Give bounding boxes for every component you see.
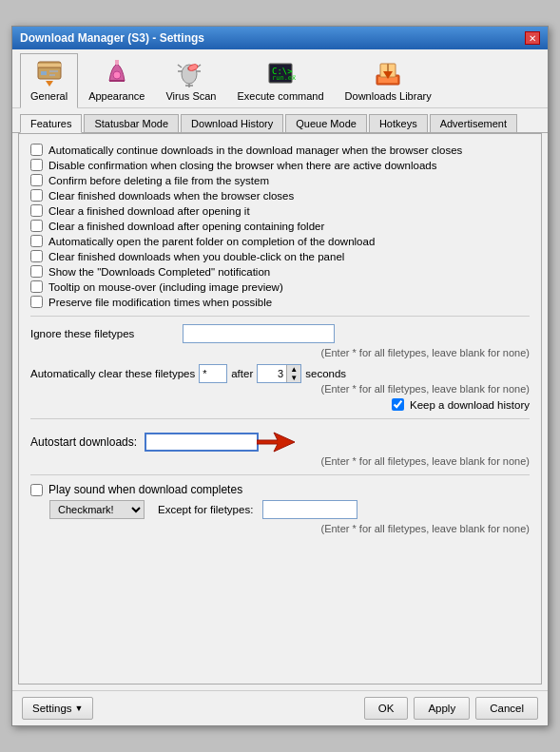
toolbar-general-label: General: [30, 90, 68, 102]
checkbox-cb9[interactable]: [30, 265, 43, 278]
autostart-input[interactable]: [145, 433, 259, 452]
svg-rect-5: [49, 74, 55, 76]
checkbox-cb1[interactable]: [30, 144, 43, 156]
keep-history-label: Keep a download history: [410, 399, 530, 411]
general-icon: [34, 58, 65, 88]
spinner-buttons: ▲ ▼: [286, 365, 300, 382]
toolbar-virusscan-label: Virus Scan: [165, 90, 216, 102]
tab-advertisement[interactable]: Advertisement: [430, 114, 517, 132]
tab-hotkeys[interactable]: Hotkeys: [369, 114, 428, 132]
spinner-input[interactable]: [258, 365, 286, 382]
ok-button[interactable]: OK: [364, 697, 409, 720]
settings-window: Download Manager (S3) - Settings ✕ Gener…: [11, 26, 549, 726]
toolbar-virusscan[interactable]: Virus Scan: [155, 53, 226, 107]
svg-point-7: [113, 71, 121, 79]
appearance-icon: [102, 58, 132, 88]
divider1: [30, 316, 530, 317]
checkbox-label-cb4: Clear finished downloads when the browse…: [48, 190, 294, 202]
footer-left: Settings ▼: [22, 697, 93, 720]
checkbox-label-cb8: Clear finished downloads when you double…: [48, 251, 344, 262]
svg-rect-1: [38, 64, 61, 67]
except-input[interactable]: [262, 500, 357, 519]
svg-rect-4: [49, 70, 58, 72]
apply-button[interactable]: Apply: [414, 697, 470, 720]
checkbox-cb6[interactable]: [30, 220, 43, 232]
titlebar: Download Manager (S3) - Settings ✕: [12, 27, 548, 49]
checkbox-cb3[interactable]: [30, 174, 43, 186]
sound-row2: Checkmark! Beep Custom... Except for fil…: [30, 500, 530, 519]
checkbox-cb10[interactable]: [30, 280, 43, 293]
checkbox-label-cb7: Automatically open the parent folder on …: [48, 236, 375, 247]
autostart-label: Autostart downloads:: [30, 435, 137, 449]
checkbox-row-cb2: Disable confirmation when closing the br…: [30, 159, 530, 171]
checkbox-cb11[interactable]: [30, 296, 43, 308]
checkbox-label-cb10: Tooltip on mouse-over (including image p…: [48, 281, 283, 293]
checkbox-row-cb11: Preserve file modification times when po…: [30, 296, 530, 308]
tab-statusbar[interactable]: Statusbar Mode: [84, 114, 179, 132]
divider2: [30, 418, 530, 419]
ignore-input[interactable]: [183, 324, 335, 343]
spinner-down[interactable]: ▼: [287, 374, 300, 382]
divider3: [30, 474, 530, 475]
svg-line-12: [178, 65, 182, 67]
close-button[interactable]: ✕: [525, 31, 540, 45]
downloads-icon: [373, 58, 403, 88]
sound-checkbox[interactable]: [30, 484, 43, 496]
settings-label: Settings: [32, 703, 72, 714]
auto-clear-hint: (Enter * for all filetypes, leave blank …: [30, 383, 530, 395]
red-arrow-icon: [257, 429, 295, 455]
checkbox-label-cb3: Confirm before deleting a file from the …: [48, 175, 269, 186]
spinner-wrap: ▲ ▼: [257, 364, 301, 383]
titlebar-controls: ✕: [525, 31, 540, 45]
auto-clear-section: Automatically clear these filetypes afte…: [30, 364, 530, 411]
svg-rect-3: [41, 71, 47, 75]
svg-rect-9: [115, 60, 119, 65]
tab-downloadhistory[interactable]: Download History: [181, 114, 283, 132]
checkbox-row-cb7: Automatically open the parent folder on …: [30, 235, 530, 247]
toolbar-execute[interactable]: C:\>_ run.exe Execute command: [226, 53, 334, 107]
checkbox-cb8[interactable]: [30, 250, 43, 262]
tab-bar: Features Statusbar Mode Download History…: [12, 108, 548, 133]
checkbox-label-cb5: Clear a finished download after opening …: [48, 205, 250, 217]
checkbox-cb4[interactable]: [30, 189, 43, 202]
tab-queuemode[interactable]: Queue Mode: [285, 114, 367, 132]
except-label: Except for filetypes:: [158, 504, 253, 515]
checkbox-row-cb6: Clear a finished download after opening …: [30, 220, 530, 232]
sound-dropdown-wrap: Checkmark! Beep Custom...: [49, 500, 145, 519]
auto-clear-input[interactable]: [199, 364, 227, 383]
svg-marker-28: [257, 433, 295, 452]
tab-features[interactable]: Features: [20, 114, 82, 133]
toolbar-appearance[interactable]: Appearance: [78, 53, 155, 107]
footer-bar: Settings ▼ OK Apply Cancel: [12, 690, 548, 725]
settings-button[interactable]: Settings ▼: [22, 697, 93, 720]
checkbox-cb5[interactable]: [30, 204, 43, 217]
checkbox-label-cb6: Clear a finished download after opening …: [48, 221, 324, 232]
ignore-section: Ignore these filetypes (Enter * for all …: [30, 324, 530, 358]
toolbar-general[interactable]: General: [20, 53, 78, 108]
checkbox-label-cb2: Disable confirmation when closing the br…: [48, 160, 436, 171]
toolbar-downloads[interactable]: Downloads Library: [335, 53, 442, 107]
keep-history-checkbox[interactable]: [392, 398, 404, 411]
toolbar-appearance-label: Appearance: [88, 90, 145, 102]
autostart-section: Autostart downloads: (Enter * for all fi…: [30, 429, 530, 467]
svg-marker-6: [46, 81, 53, 87]
toolbar: General Appearance: [12, 49, 548, 108]
checkbox-cb7[interactable]: [30, 235, 43, 247]
cancel-button[interactable]: Cancel: [475, 697, 538, 720]
checkbox-row-cb5: Clear a finished download after opening …: [30, 204, 530, 217]
checkbox-row-cb4: Clear finished downloads when the browse…: [30, 189, 530, 202]
checkbox-row-cb3: Confirm before deleting a file from the …: [30, 174, 530, 186]
window-title: Download Manager (S3) - Settings: [20, 31, 204, 45]
auto-clear-row: Automatically clear these filetypes afte…: [30, 364, 530, 383]
footer-right: OK Apply Cancel: [364, 697, 538, 720]
checkbox-cb2[interactable]: [30, 159, 43, 171]
content-panel: Automatically continue downloads in the …: [18, 133, 542, 685]
spinner-up[interactable]: ▲: [287, 365, 300, 374]
sound-label: Play sound when download completes: [48, 483, 242, 496]
ignore-hint: (Enter * for all filetypes, leave blank …: [30, 347, 530, 358]
checkboxes-container: Automatically continue downloads in the …: [30, 144, 530, 308]
checkbox-row-cb9: Show the "Downloads Completed" notificat…: [30, 265, 530, 278]
sound-dropdown[interactable]: Checkmark! Beep Custom...: [49, 500, 145, 519]
ignore-label: Ignore these filetypes: [30, 328, 183, 339]
sound-section: Play sound when download completes Check…: [30, 483, 530, 534]
